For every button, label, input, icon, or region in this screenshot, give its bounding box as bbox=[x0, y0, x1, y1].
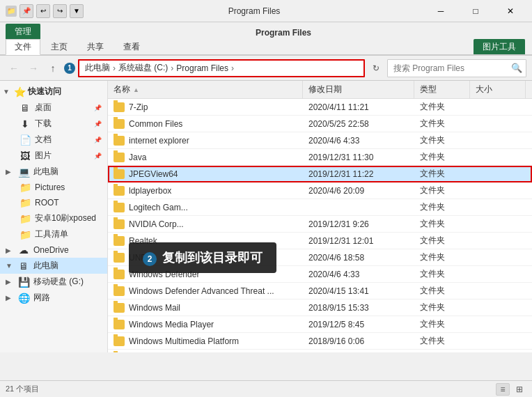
file-date-cell: 2020/4/6 18:58 bbox=[303, 251, 414, 265]
title-bar-left: 📁 📌 ↩ ↪ ▼ bbox=[6, 4, 84, 18]
quick-access-label: 快速访问 bbox=[28, 86, 61, 98]
redo-btn[interactable]: ↪ bbox=[53, 4, 67, 18]
sidebar-item-thispc[interactable]: ▶ 💻 此电脑 bbox=[0, 164, 107, 180]
file-size-cell bbox=[470, 239, 526, 243]
address-bar: ← → ↑ 1 此电脑 › 系统磁盘 (C:) › Program Files … bbox=[0, 56, 532, 81]
thispc-arrow: ▶ bbox=[6, 168, 14, 176]
tab-home[interactable]: 主页 bbox=[42, 39, 77, 54]
path-drive[interactable]: 系统磁盘 (C:) bbox=[118, 62, 168, 74]
close-button[interactable]: ✕ bbox=[494, 0, 526, 22]
folder-icon bbox=[114, 236, 125, 246]
computer-arrow: ▼ bbox=[6, 262, 14, 270]
table-row[interactable]: Logitech Gam... 文件夹 bbox=[108, 199, 532, 216]
app-icon: 📁 bbox=[6, 6, 17, 17]
col-header-size[interactable]: 大小 bbox=[470, 81, 526, 98]
sidebar-item-toollist[interactable]: 📁 工具清单 bbox=[0, 226, 107, 242]
sidebar-item-pictures[interactable]: 🖼 图片 📌 bbox=[0, 148, 107, 164]
view-details-btn[interactable]: ≡ bbox=[496, 383, 510, 396]
title-bar-controls: ─ □ ✕ bbox=[425, 0, 526, 22]
maximize-button[interactable]: □ bbox=[460, 0, 492, 22]
removable-label: 移动硬盘 (G:) bbox=[33, 276, 84, 288]
file-date-cell: 2020/4/6 4:33 bbox=[303, 267, 414, 281]
tab-view[interactable]: 查看 bbox=[114, 39, 149, 54]
sidebar-item-documents[interactable]: 📄 文档 📌 bbox=[0, 132, 107, 148]
search-input[interactable] bbox=[387, 59, 526, 77]
file-name-cell: Windows Media Player bbox=[108, 318, 303, 332]
view-tiles-btn[interactable]: ⊞ bbox=[513, 383, 526, 396]
file-type-cell: 文件夹 bbox=[414, 299, 470, 316]
file-type-cell: 文件夹 bbox=[414, 249, 470, 265]
table-row[interactable]: Java 2019/12/31 11:30 文件夹 bbox=[108, 149, 532, 166]
col-header-date[interactable]: 修改日期 bbox=[303, 81, 414, 98]
file-date-cell: 2019/12/31 11:30 bbox=[303, 150, 414, 164]
sidebar-item-this-computer[interactable]: ▼ 🖥 此电脑 bbox=[0, 258, 107, 274]
quick-access-icon: ⭐ bbox=[14, 86, 25, 98]
table-row[interactable]: internet explorer 2020/4/6 4:33 文件夹 bbox=[108, 132, 532, 149]
file-date-cell: 2019/12/5 8:45 bbox=[303, 318, 414, 332]
sidebar-item-onedrive[interactable]: ▶ ☁ OneDrive bbox=[0, 242, 107, 258]
file-date-cell: 2020/5/25 22:58 bbox=[303, 117, 414, 131]
file-type-cell: 文件夹 bbox=[414, 333, 470, 349]
undo-btn[interactable]: ↩ bbox=[36, 4, 50, 18]
address-path[interactable]: 此电脑 › 系统磁盘 (C:) › Program Files › bbox=[78, 59, 365, 77]
sidebar-item-downloads[interactable]: ⬇ 下载 📌 bbox=[0, 116, 107, 132]
folder-icon bbox=[114, 286, 125, 296]
table-row[interactable]: Windows Mail 2018/9/15 15:33 文件夹 bbox=[108, 299, 532, 316]
onedrive-arrow: ▶ bbox=[6, 247, 14, 254]
nav-forward-button[interactable]: → bbox=[25, 60, 42, 77]
sidebar-item-network[interactable]: ▶ 🌐 网路 bbox=[0, 290, 107, 306]
tab-share[interactable]: 共享 bbox=[78, 39, 113, 54]
documents-label: 文档 bbox=[35, 134, 52, 146]
path-pc[interactable]: 此电脑 bbox=[85, 62, 110, 74]
refresh-button[interactable]: ↻ bbox=[368, 60, 384, 77]
minimize-button[interactable]: ─ bbox=[425, 0, 457, 22]
file-name-cell: ldplayerbox bbox=[108, 184, 303, 198]
sidebar-item-desktop[interactable]: 🖥 桌面 📌 bbox=[0, 100, 107, 116]
folder-icon bbox=[114, 136, 125, 146]
file-name: Logitech Gam... bbox=[129, 203, 188, 212]
tab-file[interactable]: 文件 bbox=[6, 39, 40, 55]
table-row[interactable]: 7-Zip 2020/4/11 11:21 文件夹 bbox=[108, 99, 532, 116]
file-size-cell bbox=[470, 172, 526, 176]
file-name: internet explorer bbox=[129, 136, 189, 146]
pin-icon-pic: 📌 bbox=[94, 153, 102, 159]
file-name: 7-Zip bbox=[129, 102, 148, 112]
sidebar-item-root[interactable]: 📁 ROOT bbox=[0, 195, 107, 210]
table-row[interactable]: Common Files 2020/5/25 22:58 文件夹 bbox=[108, 116, 532, 132]
folder-icon bbox=[114, 253, 125, 263]
table-row[interactable]: NVIDIA Corp... 2019/12/31 9:26 文件夹 bbox=[108, 216, 532, 233]
ribbon-tab-bar: 管理 Program Files 快速访问 bbox=[0, 22, 532, 39]
table-row[interactable]: windows nt 2019/12/31 10:55 文件夹 bbox=[108, 350, 532, 352]
table-row[interactable]: Windows Defender Advanced Threat ... 202… bbox=[108, 283, 532, 299]
col-header-type[interactable]: 类型 bbox=[414, 81, 470, 98]
col-header-name[interactable]: 名称▲ bbox=[108, 81, 303, 98]
file-date-cell bbox=[303, 205, 414, 210]
nav-back-button[interactable]: ← bbox=[6, 60, 22, 77]
file-date-cell: 2019/12/31 10:55 bbox=[303, 351, 414, 353]
nav-up-button[interactable]: ↑ bbox=[45, 60, 61, 77]
file-name-cell: Windows Multimedia Platform bbox=[108, 334, 303, 348]
file-type-cell: 文件夹 bbox=[414, 116, 470, 132]
sidebar-item-removable[interactable]: ▶ 💾 移动硬盘 (G:) bbox=[0, 274, 107, 290]
sidebar-item-pictures-folder[interactable]: 📁 Pictures bbox=[0, 180, 107, 195]
table-row[interactable]: JPEGView64 2019/12/31 11:22 文件夹 bbox=[108, 166, 532, 182]
quick-access-btn[interactable]: 📌 bbox=[19, 4, 33, 18]
file-size-cell bbox=[470, 322, 526, 327]
sidebar-quick-access-header[interactable]: ▼ ⭐ 快速访问 bbox=[0, 84, 107, 100]
file-name-cell: 7-Zip bbox=[108, 100, 303, 114]
table-row[interactable]: Windows Media Player 2019/12/5 8:45 文件夹 bbox=[108, 316, 532, 333]
table-row[interactable]: ldplayerbox 2020/4/6 20:09 文件夹 bbox=[108, 182, 532, 199]
table-row[interactable]: Windows Multimedia Platform 2018/9/16 0:… bbox=[108, 333, 532, 350]
toollist-icon: 📁 bbox=[19, 229, 31, 240]
onedrive-label: OneDrive bbox=[33, 245, 69, 255]
removable-arrow: ▶ bbox=[6, 278, 14, 286]
sidebar-item-android-xposed[interactable]: 📁 安卓10刷xposed bbox=[0, 210, 107, 226]
folder-icon bbox=[114, 336, 125, 346]
file-size-cell bbox=[470, 272, 526, 277]
properties-btn[interactable]: ▼ bbox=[70, 4, 84, 18]
tab-manage[interactable]: 管理 bbox=[6, 24, 40, 39]
tab-picture-tools[interactable]: 图片工具 bbox=[474, 39, 525, 54]
path-folder[interactable]: Program Files bbox=[176, 63, 228, 73]
search-icon: 🔍 bbox=[511, 63, 522, 73]
file-date-cell: 2020/4/15 13:41 bbox=[303, 284, 414, 298]
